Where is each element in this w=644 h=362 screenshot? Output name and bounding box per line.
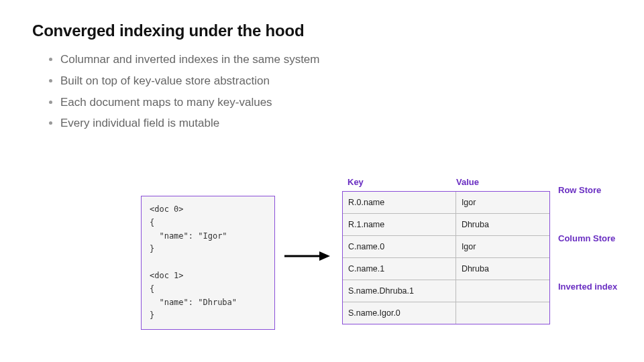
- kv-value-cell: Dhruba: [456, 214, 549, 235]
- kv-value-cell: [456, 302, 549, 324]
- kv-key-cell: C.name.1: [343, 258, 456, 280]
- slide-title: Converged indexing under the hood: [32, 21, 612, 40]
- kv-value-cell: Igor: [456, 192, 549, 213]
- kv-table-wrap: Key Value R.0.name Igor R.1.name Dhruba …: [342, 177, 550, 324]
- table-row: C.name.1 Dhruba: [343, 257, 549, 280]
- label-row-store: Row Store: [558, 185, 601, 195]
- kv-key-cell: S.name.Igor.0: [343, 302, 456, 324]
- table-row: S.name.Igor.0: [343, 302, 549, 324]
- table-row: R.0.name Igor: [343, 192, 549, 213]
- kv-value-cell: [456, 280, 549, 302]
- kv-header-value: Value: [456, 177, 550, 187]
- kv-key-cell: R.1.name: [343, 214, 456, 235]
- kv-key-cell: S.name.Dhruba.1: [343, 280, 456, 302]
- diagram: <doc 0> { "name": "Igor" } <doc 1> { "na…: [0, 154, 644, 349]
- slide: Converged indexing under the hood Column…: [0, 0, 644, 362]
- table-row: R.1.name Dhruba: [343, 213, 549, 235]
- kv-value-cell: Dhruba: [456, 258, 549, 280]
- bullet-item: Columnar and inverted indexes in the sam…: [60, 50, 612, 70]
- bullet-list: Columnar and inverted indexes in the sam…: [32, 50, 612, 133]
- label-column-store: Column Store: [558, 233, 615, 243]
- bullet-item: Built on top of key-value store abstract…: [60, 71, 612, 91]
- table-row: S.name.Dhruba.1: [343, 280, 549, 302]
- bullet-item: Every individual field is mutable: [60, 113, 612, 133]
- table-row: C.name.0 Igor: [343, 235, 549, 257]
- kv-key-cell: C.name.0: [343, 236, 456, 257]
- arrow-icon: [283, 249, 330, 263]
- label-inverted-index: Inverted index: [558, 282, 617, 292]
- kv-table: R.0.name Igor R.1.name Dhruba C.name.0 I…: [342, 191, 550, 324]
- kv-key-cell: R.0.name: [343, 192, 456, 213]
- kv-header-key: Key: [342, 177, 456, 187]
- bullet-item: Each document maps to many key-values: [60, 93, 612, 113]
- document-code-block: <doc 0> { "name": "Igor" } <doc 1> { "na…: [141, 196, 275, 330]
- svg-marker-1: [319, 251, 330, 261]
- kv-value-cell: Igor: [456, 236, 549, 257]
- kv-table-header: Key Value: [342, 177, 550, 187]
